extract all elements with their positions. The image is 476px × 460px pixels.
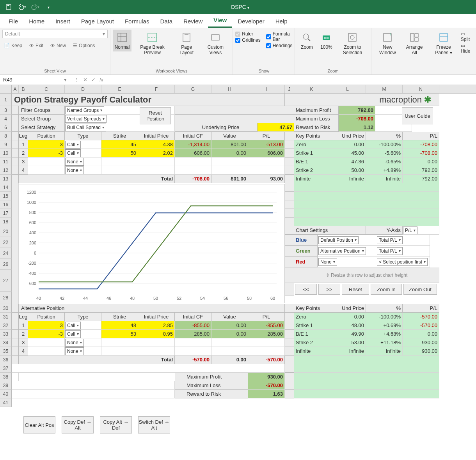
zoom-button[interactable]: Zoom [297,30,316,51]
col-I[interactable]: I [248,85,285,93]
row-14[interactable]: 14 [0,183,12,192]
keep-button[interactable]: 📄 Keep [2,42,24,49]
col-L[interactable]: L [329,85,366,93]
underlying-price-value[interactable]: 47.67 [258,123,294,132]
custom-views-button[interactable]: Custom Views [201,30,230,57]
copy-def-alt-button[interactable]: Copy Def → Alt [62,416,94,433]
col-J[interactable]: J [285,85,294,93]
worksheet[interactable]: A B C D E F G H I J K L M N 134689101112… [0,85,476,94]
select-strategy-select[interactable]: Bull Call Spread [65,124,106,131]
chart-reset-button[interactable]: Reset [342,284,369,295]
undo-icon[interactable]: ▾ [16,2,27,12]
col-K[interactable]: K [294,85,329,93]
row-16[interactable]: 16 [0,200,12,209]
green-pos-select[interactable]: Alternative Position [318,247,366,255]
row-28[interactable]: 28 [0,292,12,304]
row-4[interactable]: 4 [0,115,12,123]
arrange-all-button[interactable]: Arrange All [402,30,426,57]
row-38[interactable]: 38 [0,373,12,381]
row-33[interactable]: 33 [0,330,12,338]
col-N[interactable]: N [403,85,439,93]
new-window-button[interactable]: +New Window [374,30,402,57]
leg-type-select[interactable]: Call [65,322,81,329]
user-guide-button[interactable]: User Guide [402,107,433,124]
row-41[interactable]: 41 [0,398,12,407]
col-F[interactable]: F [138,85,175,93]
row-35[interactable]: 35 [0,347,12,356]
row-15[interactable]: 15 [0,192,12,200]
col-E[interactable]: E [101,85,138,93]
formula-bar-checkbox[interactable]: Formula Bar [266,31,293,42]
row-20[interactable]: 20 [0,226,12,237]
split-button[interactable]: ▭ Split [461,31,474,42]
col-A[interactable]: A [12,85,19,93]
blue-pos-select[interactable]: Default Position [318,236,359,244]
tab-formulas[interactable]: Formulas [119,15,155,28]
page-layout-button[interactable]: Page Layout [173,30,200,57]
fx-icon[interactable]: fx [99,77,103,83]
chart-zoomin-button[interactable]: Zoom In [371,284,402,295]
name-box[interactable]: R49▾ [0,75,70,85]
copy-alt-def-button[interactable]: Copy Alt → Def [100,416,132,433]
red-pos-select[interactable]: None [318,258,337,266]
leg-type-select[interactable]: None [65,339,84,347]
row-32[interactable]: 32 [0,321,12,330]
yaxis-select[interactable]: P/L [403,226,417,234]
clear-alt-pos-button[interactable]: Clear Alt Pos [23,416,55,433]
col-M[interactable]: M [366,85,403,93]
col-H[interactable]: H [211,85,248,93]
tab-view[interactable]: View [208,14,232,28]
row-30[interactable]: 30 [0,304,12,313]
row-11[interactable]: 11 [0,157,12,166]
leg-type-select[interactable]: None [65,166,84,174]
formula-menu-icon[interactable]: ⋮ [74,77,79,83]
tab-developer[interactable]: Developer [232,15,270,28]
blue-metric-select[interactable]: Total P/L [377,236,403,244]
reset-position-button[interactable]: Reset Position [140,107,171,124]
select-group-select[interactable]: Vertical Spreads [65,115,107,123]
filter-groups-select[interactable]: Named Groups [65,106,104,114]
headings-checkbox[interactable]: Headings [266,43,293,48]
row-39[interactable]: 39 [0,381,12,390]
sheet-view-select[interactable]: Default▾ [2,30,108,38]
gridlines-checkbox[interactable]: Gridlines [235,37,260,43]
cancel-icon[interactable]: ✕ [83,77,87,83]
tab-home[interactable]: Home [23,15,50,28]
options-button[interactable]: ☰ Options [71,42,96,49]
document-title[interactable]: OSPC [54,4,426,10]
col-B[interactable]: B [19,85,28,93]
normal-view-button[interactable]: Normal [113,30,131,51]
leg-type-select[interactable]: None [65,347,84,355]
row-22[interactable]: 22 [0,237,12,248]
row-24[interactable]: 24 [0,248,12,259]
col-D[interactable]: D [65,85,101,93]
leg-type-select[interactable]: None [65,158,84,166]
zoom-100-button[interactable]: 100100% [317,30,336,51]
row-10[interactable]: 10 [0,149,12,157]
row-8[interactable]: 8 [0,132,12,140]
ruler-checkbox[interactable]: Ruler [235,31,260,37]
formula-input[interactable] [107,75,476,85]
row-36[interactable]: 36 [0,356,12,364]
row-34[interactable]: 34 [0,338,12,347]
row-12[interactable]: 12 [0,166,12,175]
redo-icon[interactable]: ▾ [30,2,41,12]
leg-type-select[interactable]: Call [65,149,81,157]
zoom-selection-button[interactable]: Zoom to Selection [336,30,368,57]
row-3[interactable]: 3 [0,106,12,115]
leg-type-select[interactable]: Call [65,330,81,338]
chart-back-button[interactable]: << [295,284,317,295]
switch-def-alt-button[interactable]: Switch Def ↔ Alt [138,416,170,433]
row-18[interactable]: 18 [0,218,12,226]
tab-help[interactable]: Help [270,15,293,28]
row-1[interactable]: 1 [0,94,12,106]
tab-review[interactable]: Review [178,15,208,28]
new-view-button[interactable]: 👁 New [49,42,67,49]
row-17[interactable]: 17 [0,209,12,218]
chart-zoomout-button[interactable]: Zoom Out [403,284,437,295]
row-26[interactable]: 26 [0,259,12,270]
leg-type-select[interactable]: Call [65,141,81,149]
hide-button[interactable]: ▭ Hide [461,43,474,54]
row-31[interactable]: 31 [0,313,12,321]
save-icon[interactable] [3,2,14,12]
